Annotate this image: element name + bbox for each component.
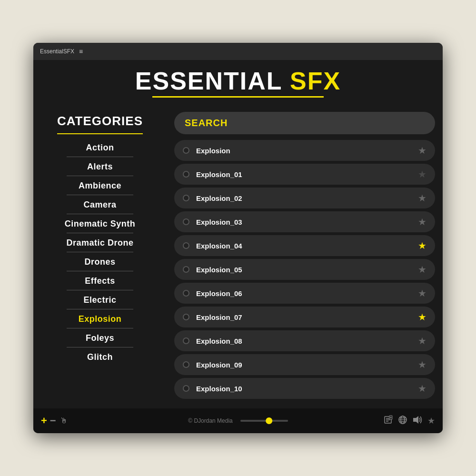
play-dot[interactable] bbox=[183, 171, 189, 178]
main-content: CATEGORIES ActionAlertsAmbienceCameraCin… bbox=[33, 105, 443, 408]
volume-slider[interactable] bbox=[240, 420, 288, 422]
sound-item-explosion_02[interactable]: Explosion_02★ bbox=[174, 188, 435, 208]
sound-item-explosion_07[interactable]: Explosion_07★ bbox=[174, 307, 435, 327]
header-underline bbox=[152, 96, 324, 98]
star-icon[interactable]: ★ bbox=[418, 311, 426, 323]
app-window: EssentialSFX ≡ ESSENTIAL SFX CATEGORIES … bbox=[33, 43, 443, 433]
star-icon[interactable]: ★ bbox=[418, 288, 426, 299]
remove-button[interactable]: − bbox=[50, 416, 56, 426]
add-button[interactable]: + bbox=[41, 416, 47, 426]
play-dot[interactable] bbox=[183, 314, 189, 320]
sidebar-item-drones[interactable]: Drones bbox=[33, 252, 167, 271]
sidebar-item-alerts[interactable]: Alerts bbox=[33, 157, 167, 176]
hamburger-icon[interactable]: ≡ bbox=[79, 48, 83, 55]
categories-underline bbox=[57, 133, 143, 134]
star-icon[interactable]: ★ bbox=[418, 145, 426, 156]
sidebar-item-dramatic-drone[interactable]: Dramatic Drone bbox=[33, 233, 167, 252]
bottom-left: + − 🖱 bbox=[41, 416, 68, 426]
star-icon[interactable]: ★ bbox=[418, 359, 426, 370]
bottom-bar: + − 🖱 © DJordan Media bbox=[33, 408, 443, 433]
play-dot[interactable] bbox=[183, 337, 189, 344]
sound-list: Explosion★Explosion_01★Explosion_02★Expl… bbox=[174, 140, 435, 404]
sidebar-item-glitch[interactable]: Glitch bbox=[33, 347, 167, 366]
play-dot[interactable] bbox=[183, 266, 189, 273]
globe-icon[interactable] bbox=[398, 415, 407, 427]
sound-item-explosion[interactable]: Explosion★ bbox=[174, 140, 435, 161]
star-icon[interactable]: ★ bbox=[418, 216, 426, 228]
copyright-text: © DJordan Media bbox=[188, 417, 233, 424]
sidebar-item-action[interactable]: Action bbox=[33, 138, 167, 157]
sound-name: Explosion_04 bbox=[196, 242, 411, 250]
star-icon[interactable]: ★ bbox=[418, 264, 426, 275]
star-icon[interactable]: ★ bbox=[418, 383, 426, 394]
sound-name: Explosion_08 bbox=[196, 337, 411, 345]
search-label: SEARCH bbox=[185, 118, 228, 128]
category-list: ActionAlertsAmbienceCameraCinematic Synt… bbox=[33, 138, 167, 366]
sidebar-item-effects[interactable]: Effects bbox=[33, 271, 167, 290]
star-icon[interactable]: ★ bbox=[418, 240, 426, 251]
sound-name: Explosion_02 bbox=[196, 194, 411, 202]
sidebar-item-camera[interactable]: Camera bbox=[33, 195, 167, 214]
title-bar: EssentialSFX ≡ bbox=[33, 43, 443, 60]
sound-item-explosion_01[interactable]: Explosion_01★ bbox=[174, 164, 435, 185]
star-icon[interactable]: ★ bbox=[418, 169, 426, 180]
sidebar-item-ambience[interactable]: Ambience bbox=[33, 176, 167, 195]
bottom-center: © DJordan Media bbox=[188, 417, 288, 424]
sound-item-explosion_04[interactable]: Explosion_04★ bbox=[174, 235, 435, 256]
app-name-label: EssentialSFX bbox=[40, 48, 74, 55]
play-dot[interactable] bbox=[183, 290, 189, 297]
sound-item-explosion_03[interactable]: Explosion_03★ bbox=[174, 211, 435, 232]
slider-track[interactable] bbox=[240, 420, 288, 422]
sidebar-item-electric[interactable]: Electric bbox=[33, 290, 167, 309]
sound-item-explosion_10[interactable]: Explosion_10★ bbox=[174, 378, 435, 399]
sidebar: CATEGORIES ActionAlertsAmbienceCameraCin… bbox=[33, 105, 167, 408]
star-icon[interactable]: ★ bbox=[418, 192, 426, 204]
content-area: SEARCH Explosion★Explosion_01★Explosion_… bbox=[167, 105, 443, 408]
sound-item-explosion_05[interactable]: Explosion_05★ bbox=[174, 259, 435, 280]
edit-icon[interactable] bbox=[384, 415, 393, 427]
favorite-filter-icon[interactable]: ★ bbox=[427, 416, 435, 426]
title-yellow: SFX bbox=[290, 67, 341, 95]
play-dot[interactable] bbox=[183, 385, 189, 392]
star-icon[interactable]: ★ bbox=[418, 335, 426, 347]
sidebar-item-cinematic-synth[interactable]: Cinematic Synth bbox=[33, 214, 167, 233]
sound-name: Explosion_06 bbox=[196, 289, 411, 298]
categories-header: CATEGORIES bbox=[33, 105, 167, 133]
play-dot[interactable] bbox=[183, 361, 189, 368]
slider-thumb[interactable] bbox=[266, 417, 272, 424]
sidebar-item-explosion[interactable]: Explosion bbox=[33, 309, 167, 328]
sound-name: Explosion_10 bbox=[196, 385, 411, 393]
cursor-icon: 🖱 bbox=[60, 416, 68, 425]
sound-item-explosion_06[interactable]: Explosion_06★ bbox=[174, 283, 435, 304]
play-dot[interactable] bbox=[183, 242, 189, 249]
sidebar-item-foleys[interactable]: Foleys bbox=[33, 328, 167, 347]
app-title: ESSENTIAL SFX bbox=[33, 69, 443, 93]
sound-name: Explosion_03 bbox=[196, 218, 411, 226]
search-bar[interactable]: SEARCH bbox=[174, 112, 435, 134]
play-dot[interactable] bbox=[183, 195, 189, 201]
sound-name: Explosion_01 bbox=[196, 170, 411, 178]
sound-name: Explosion_07 bbox=[196, 313, 411, 321]
svg-marker-12 bbox=[413, 416, 418, 424]
bottom-right: ★ bbox=[384, 415, 435, 427]
sound-name: Explosion bbox=[196, 147, 411, 155]
sound-item-explosion_08[interactable]: Explosion_08★ bbox=[174, 330, 435, 351]
app-header: ESSENTIAL SFX bbox=[33, 60, 443, 105]
sound-icon[interactable] bbox=[412, 415, 423, 427]
sound-name: Explosion_09 bbox=[196, 361, 411, 369]
sound-item-explosion_09[interactable]: Explosion_09★ bbox=[174, 354, 435, 375]
play-dot[interactable] bbox=[183, 218, 189, 225]
play-dot[interactable] bbox=[183, 147, 189, 154]
slider-fill bbox=[240, 420, 269, 422]
sound-name: Explosion_05 bbox=[196, 266, 411, 274]
title-white: ESSENTIAL bbox=[135, 67, 282, 95]
